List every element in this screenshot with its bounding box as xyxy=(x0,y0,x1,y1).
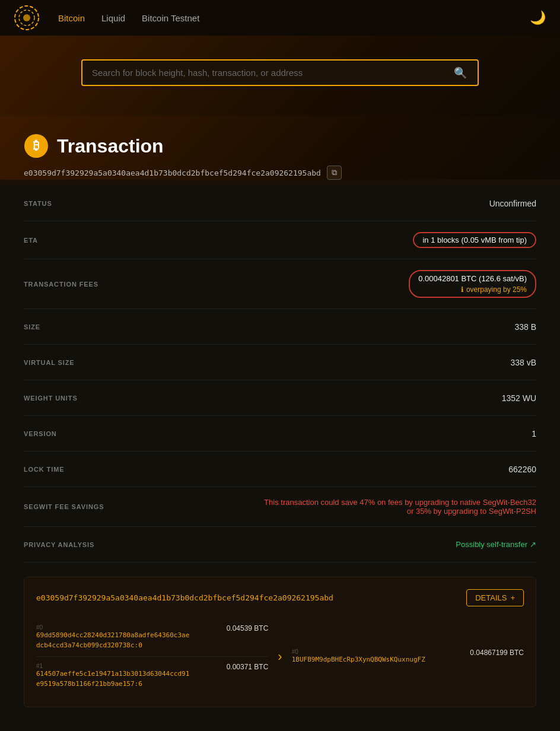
tx-inputs: #0 69dd5890d4cc28240d321780a8adfe64360c3… xyxy=(36,618,268,695)
vsize-value: 338 vB xyxy=(510,358,536,367)
input-1-btc: 0.00371 BTC xyxy=(227,663,269,671)
input-item-0: #0 69dd5890d4cc28240d321780a8adfe64360c3… xyxy=(36,618,268,657)
locktime-label: LOCK TIME xyxy=(24,466,64,473)
size-value: 338 B xyxy=(514,322,536,332)
tx-flow-section: e03059d7f392929a5a0340aea4d1b73b0dcd2bfb… xyxy=(0,562,560,722)
details-section: STATUS Unconfirmed ETA in 1 blocks (0.05… xyxy=(0,186,560,562)
nav-links: Bitcoin Liquid Bitcoin Testnet xyxy=(58,13,511,23)
segwit-label: SEGWIT FEE SAVINGS xyxy=(24,503,104,510)
page-title: Transaction xyxy=(57,135,164,157)
output-item-0: #0 1BUFB9M9dpBHEcRp3XynQBQWsKQuxnugFZ 0.… xyxy=(292,643,524,671)
details-button[interactable]: DETAILS + xyxy=(466,589,524,606)
tx-flow-card: e03059d7f392929a5a0340aea4d1b73b0dcd2bfb… xyxy=(24,577,536,707)
search-bar: 🔍 xyxy=(81,59,479,86)
input-0-address[interactable]: 69dd5890d4cc28240d321780a8adfe64360c3aed… xyxy=(36,631,190,650)
input-1-index: #1 xyxy=(36,663,222,669)
status-row: STATUS Unconfirmed xyxy=(24,186,536,221)
input-item-1: #1 614507aeffe5c1e19471a13b3013d63044ccd… xyxy=(36,657,268,695)
fees-main-value: 0.00042801 BTC (126.6 sat/vB) xyxy=(418,274,527,283)
nav-testnet[interactable]: Bitcoin Testnet xyxy=(142,13,199,23)
page-content: ₿ Transaction e03059d7f392929a5a0340aea4… xyxy=(0,116,560,180)
overpaying-value: ℹ overpaying by 25% xyxy=(461,285,527,294)
tx-arrow-icon: › xyxy=(268,649,291,665)
status-label: STATUS xyxy=(24,200,52,207)
privacy-row: PRIVACY ANALYSIS Possibly self-transfer … xyxy=(24,527,536,562)
hero-section: 🔍 xyxy=(0,36,560,116)
segwit-value: This transaction could save 47% on fees … xyxy=(263,498,536,516)
size-label: SIZE xyxy=(24,323,40,330)
tx-hash: e03059d7f392929a5a0340aea4d1b73b0dcd2bfb… xyxy=(24,169,321,177)
tx-hash-row: e03059d7f392929a5a0340aea4d1b73b0dcd2bfb… xyxy=(24,166,536,180)
eta-row: ETA in 1 blocks (0.05 vMB from tip) xyxy=(24,221,536,259)
segwit-row: SEGWIT FEE SAVINGS This transaction coul… xyxy=(24,487,536,527)
fees-label: TRANSACTION FEES xyxy=(24,281,98,288)
output-0-btc: 0.04867199 BTC xyxy=(470,649,524,657)
wu-row: WEIGHT UNITS 1352 WU xyxy=(24,380,536,416)
input-0-btc: 0.04539 BTC xyxy=(227,624,269,633)
output-0-address[interactable]: 1BUFB9M9dpBHEcRp3XynQBQWsKQuxnugFZ xyxy=(292,655,446,665)
tx-flow-hash[interactable]: e03059d7f392929a5a0340aea4d1b73b0dcd2bfb… xyxy=(36,593,333,602)
svg-point-2 xyxy=(23,14,30,21)
copy-button[interactable]: ⧉ xyxy=(327,166,342,180)
vsize-row: VIRTUAL SIZE 338 vB xyxy=(24,345,536,380)
version-value: 1 xyxy=(532,429,536,438)
svg-text:₿: ₿ xyxy=(33,139,39,152)
bitcoin-icon: ₿ xyxy=(24,134,49,158)
nav-liquid[interactable]: Liquid xyxy=(101,13,125,23)
status-value: Unconfirmed xyxy=(489,199,536,208)
search-input[interactable] xyxy=(82,61,443,85)
version-label: VERSION xyxy=(24,430,57,437)
eta-value: in 1 blocks (0.05 vMB from tip) xyxy=(413,232,536,248)
locktime-row: LOCK TIME 662260 xyxy=(24,452,536,487)
size-row: SIZE 338 B xyxy=(24,309,536,345)
tx-inputs-outputs: #0 69dd5890d4cc28240d321780a8adfe64360c3… xyxy=(36,618,524,695)
tx-footer: UNCONFIRMED 0.04867199 BTC xyxy=(0,722,560,731)
search-button[interactable]: 🔍 xyxy=(443,61,478,85)
fees-area: 0.00042801 BTC (126.6 sat/vB) ℹ overpayi… xyxy=(409,270,536,298)
privacy-value[interactable]: Possibly self-transfer ↗ xyxy=(456,540,536,549)
theme-toggle-icon[interactable]: 🌙 xyxy=(530,10,546,26)
input-1-address[interactable]: 614507aeffe5c1e19471a13b3013d63044ccd91e… xyxy=(36,669,190,689)
page-title-row: ₿ Transaction xyxy=(24,134,536,158)
wu-label: WEIGHT UNITS xyxy=(24,395,78,402)
tx-flow-header: e03059d7f392929a5a0340aea4d1b73b0dcd2bfb… xyxy=(36,589,524,606)
nav-bitcoin[interactable]: Bitcoin xyxy=(58,13,85,23)
output-0-index: #0 xyxy=(292,649,466,655)
vsize-label: VIRTUAL SIZE xyxy=(24,359,75,366)
version-row: VERSION 1 xyxy=(24,416,536,452)
logo-icon[interactable] xyxy=(14,5,39,30)
locktime-value: 662260 xyxy=(508,465,536,474)
input-0-index: #0 xyxy=(36,624,222,631)
wu-value: 1352 WU xyxy=(502,393,536,403)
navbar: Bitcoin Liquid Bitcoin Testnet 🌙 xyxy=(0,0,560,36)
eta-label: ETA xyxy=(24,237,38,244)
privacy-label: PRIVACY ANALYSIS xyxy=(24,541,94,548)
fees-row: TRANSACTION FEES 0.00042801 BTC (126.6 s… xyxy=(24,259,536,309)
tx-outputs: #0 1BUFB9M9dpBHEcRp3XynQBQWsKQuxnugFZ 0.… xyxy=(292,643,524,671)
